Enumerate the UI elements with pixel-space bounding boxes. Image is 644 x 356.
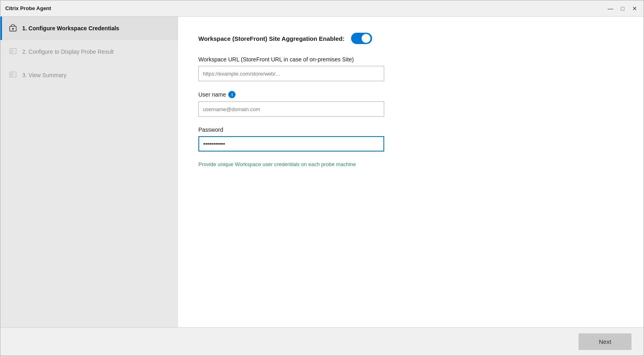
- hint-text: Provide unique Workspace user credential…: [198, 161, 623, 167]
- next-button[interactable]: Next: [579, 333, 631, 350]
- summary-icon: [8, 71, 17, 80]
- window-controls: — □ ✕: [606, 4, 639, 13]
- title-bar: Citrix Probe Agent — □ ✕: [0, 0, 644, 17]
- sidebar-item-label-3: 3. View Summary: [22, 72, 66, 78]
- content-area: 1. Configure Workspace Credentials 2. Co…: [0, 17, 644, 327]
- username-label: User name i: [198, 91, 623, 98]
- close-button[interactable]: ✕: [631, 4, 639, 13]
- app-window: Citrix Probe Agent — □ ✕ 1. Configur: [0, 0, 644, 356]
- sidebar-item-view-summary[interactable]: 3. View Summary: [0, 63, 178, 87]
- toggle-track: [351, 33, 372, 44]
- sidebar-item-label-1: 1. Configure Workspace Credentials: [22, 25, 119, 32]
- credentials-icon: [8, 24, 17, 33]
- aggregation-header: Workspace (StoreFront) Site Aggregation …: [198, 33, 623, 44]
- password-input[interactable]: [198, 136, 384, 152]
- workspace-url-group: Workspace URL (StoreFront URL in case of…: [198, 56, 623, 81]
- display-icon: [8, 47, 17, 56]
- username-info-icon[interactable]: i: [228, 91, 236, 98]
- aggregation-toggle[interactable]: [351, 33, 372, 44]
- sidebar-item-label-2: 2. Configure to Display Probe Result: [22, 48, 114, 55]
- sidebar-item-configure-display[interactable]: 2. Configure to Display Probe Result: [0, 40, 178, 63]
- password-label: Password: [198, 126, 623, 133]
- svg-point-1: [12, 28, 14, 29]
- sidebar: 1. Configure Workspace Credentials 2. Co…: [0, 17, 178, 327]
- username-input[interactable]: [198, 101, 384, 117]
- maximize-button[interactable]: □: [619, 4, 627, 13]
- workspace-url-input[interactable]: [198, 66, 384, 81]
- aggregation-label: Workspace (StoreFront) Site Aggregation …: [198, 35, 345, 42]
- toggle-thumb: [362, 34, 370, 43]
- username-group: User name i: [198, 91, 623, 117]
- bottom-bar: Next: [0, 327, 644, 356]
- sidebar-item-configure-workspace[interactable]: 1. Configure Workspace Credentials: [0, 17, 178, 40]
- minimize-button[interactable]: —: [606, 4, 615, 13]
- password-group: Password: [198, 126, 623, 152]
- workspace-url-label: Workspace URL (StoreFront URL in case of…: [198, 56, 623, 63]
- window-title: Citrix Probe Agent: [5, 5, 606, 11]
- main-content: Workspace (StoreFront) Site Aggregation …: [178, 17, 644, 327]
